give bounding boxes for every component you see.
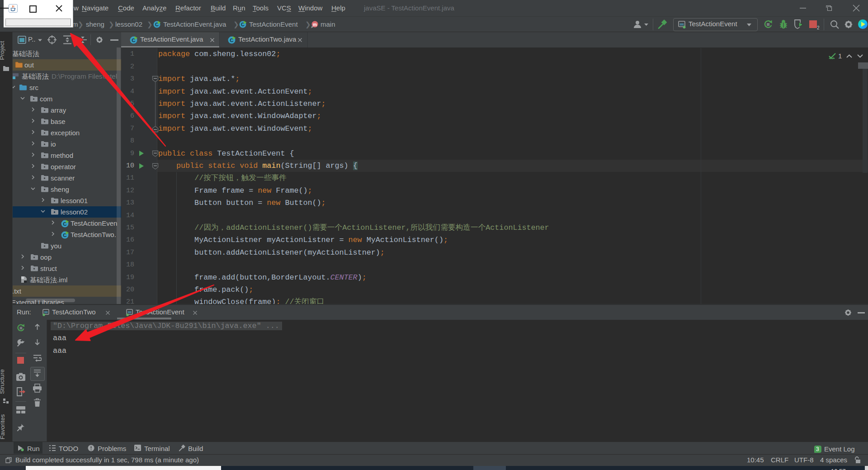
svg-text:m: m <box>313 22 317 27</box>
